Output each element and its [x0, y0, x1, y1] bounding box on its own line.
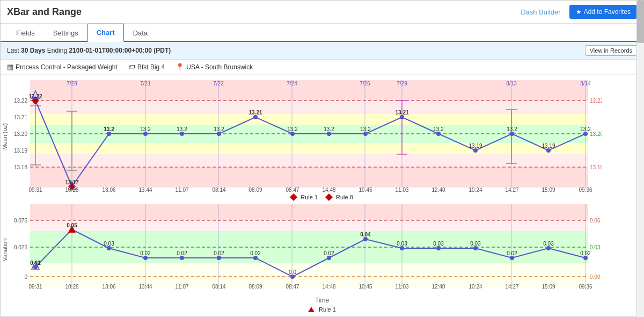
svg-text:08:14: 08:14 [212, 284, 225, 290]
svg-text:10:45: 10:45 [358, 284, 372, 290]
upper-chart-legend: Rule 1 Rule 8 [1, 193, 643, 201]
rule1-diamond-icon [290, 193, 297, 201]
svg-rect-90 [30, 220, 588, 231]
svg-text:13.21: 13.21 [395, 110, 408, 116]
xbar-label: 13.20 XBar [590, 131, 602, 137]
svg-text:0.075: 0.075 [14, 218, 27, 224]
svg-rect-6 [30, 167, 588, 188]
svg-text:0.03: 0.03 [433, 241, 444, 247]
svg-rect-2 [30, 114, 588, 125]
svg-point-116 [400, 246, 404, 250]
page-title: XBar and Range [7, 6, 82, 18]
svg-text:13.2: 13.2 [214, 126, 224, 132]
meta-brand: 🏷 Bfst Big 4 [128, 63, 165, 71]
tab-data[interactable]: Data [124, 24, 157, 41]
svg-text:7/24: 7/24 [287, 81, 297, 87]
meta-location: 📍 USA - South Brunswick [175, 63, 253, 71]
svg-point-114 [327, 256, 331, 260]
ucl-label: 13.22 UCL [590, 98, 602, 104]
tab-fields[interactable]: Fields [7, 24, 44, 41]
svg-point-108 [107, 246, 111, 250]
svg-point-112 [253, 256, 258, 260]
svg-point-44 [143, 132, 148, 136]
upper-chart: 13.22 UCL 13.20 XBar 13.19 LCL Mean (oz)… [1, 75, 602, 193]
svg-text:7/26: 7/26 [360, 81, 370, 87]
svg-point-115 [363, 237, 368, 241]
svg-text:10:24: 10:24 [469, 284, 482, 290]
svg-point-51 [400, 115, 404, 119]
svg-point-53 [473, 148, 478, 153]
page-wrapper: XBar and Range Dash Builder ★ Add to Fav… [0, 0, 644, 317]
dash-builder-link[interactable]: Dash Builder [521, 8, 560, 16]
svg-text:13.18: 13.18 [14, 164, 27, 170]
svg-text:0.0: 0.0 [289, 269, 296, 275]
svg-rect-0 [30, 80, 588, 100]
svg-text:0: 0 [24, 274, 27, 280]
svg-text:13.2: 13.2 [507, 126, 517, 132]
svg-text:13.2: 13.2 [433, 126, 444, 132]
svg-text:7/29: 7/29 [397, 81, 407, 87]
svg-text:09:31: 09:31 [28, 187, 42, 193]
svg-text:0.03: 0.03 [543, 241, 554, 247]
svg-text:13.22: 13.22 [28, 93, 42, 99]
tab-settings[interactable]: Settings [44, 24, 87, 41]
tab-chart[interactable]: Chart [87, 24, 124, 42]
svg-text:08:47: 08:47 [286, 284, 299, 290]
svg-text:0.02: 0.02 [250, 250, 261, 256]
svg-text:0.03: 0.03 [104, 241, 114, 247]
lower-legend-rule1: Rule 1 [308, 306, 336, 313]
svg-point-48 [290, 132, 295, 136]
svg-point-111 [217, 256, 221, 260]
time-axis-row: Time Rule 1 [1, 296, 643, 314]
svg-text:0.02: 0.02 [177, 250, 187, 256]
scrollbar-track[interactable] [636, 0, 644, 317]
svg-text:14:48: 14:48 [322, 187, 335, 193]
svg-text:0.02: 0.02 [507, 250, 517, 256]
add-favorites-button[interactable]: ★ Add to Favorites [569, 5, 637, 19]
svg-text:14:48: 14:48 [322, 284, 335, 290]
svg-text:0.02: 0.02 [324, 250, 334, 256]
scrollbar-thumb[interactable] [637, 0, 644, 43]
svg-text:0.02: 0.02 [580, 250, 591, 256]
svg-text:08:09: 08:09 [248, 187, 262, 193]
svg-text:11:03: 11:03 [395, 284, 408, 290]
svg-text:13.19: 13.19 [14, 148, 27, 154]
svg-point-54 [510, 132, 514, 136]
svg-point-49 [327, 132, 331, 136]
svg-text:11:03: 11:03 [395, 187, 408, 193]
svg-text:0.04: 0.04 [360, 232, 371, 237]
svg-point-118 [473, 246, 478, 250]
tag-icon: 🏷 [128, 63, 135, 71]
svg-text:0.03: 0.03 [470, 241, 481, 247]
svg-text:8/13: 8/13 [506, 81, 517, 87]
rule8-diamond-icon [325, 193, 333, 201]
svg-text:13.19: 13.19 [541, 143, 555, 149]
legend-rule8: Rule 8 [326, 194, 353, 200]
svg-text:12:40: 12:40 [431, 187, 445, 193]
svg-point-47 [253, 115, 258, 119]
svg-point-55 [546, 148, 551, 153]
svg-text:13.21: 13.21 [248, 110, 262, 116]
svg-point-43 [107, 132, 111, 136]
svg-text:13.2: 13.2 [140, 126, 151, 132]
svg-point-45 [180, 132, 184, 136]
lower-ucl-label: 0.06 UCL [590, 218, 602, 224]
charts-container: 13.22 UCL 13.20 XBar 13.19 LCL Mean (oz)… [1, 75, 643, 316]
info-bar: Last 30 Days Ending 2100-01-01T00:00:00+… [1, 42, 643, 60]
svg-text:10:24: 10:24 [469, 187, 482, 193]
lower-chart-legend: Rule 1 [308, 305, 336, 314]
tabs-bar: Fields Settings Chart Data [1, 24, 643, 42]
header-right: Dash Builder ★ Add to Favorites [521, 5, 637, 19]
view-records-button[interactable]: View in Records [585, 45, 637, 56]
table-icon: ▦ [7, 63, 13, 71]
svg-text:0.02: 0.02 [140, 250, 151, 256]
svg-text:0.02: 0.02 [214, 250, 224, 256]
svg-text:13.2: 13.2 [360, 126, 371, 132]
meta-process: ▦ Process Control - Packaged Weight [7, 63, 118, 71]
time-label: Time [315, 296, 329, 305]
svg-text:13.2: 13.2 [177, 126, 187, 132]
svg-text:8/14: 8/14 [580, 81, 591, 87]
svg-text:11:07: 11:07 [175, 187, 188, 193]
svg-rect-4 [30, 143, 588, 154]
svg-text:13.20: 13.20 [14, 131, 27, 137]
